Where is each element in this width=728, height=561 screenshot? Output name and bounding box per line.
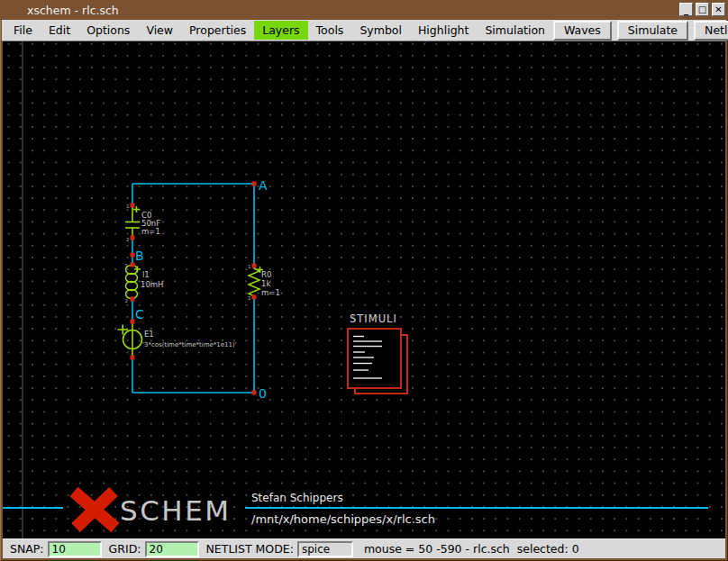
component-source[interactable]: E1 '3*cos(time*time*time*1e11)' — [118, 322, 237, 357]
netlist-button[interactable]: Netlist — [694, 21, 728, 41]
menu-simulation[interactable]: Simulation — [477, 21, 553, 40]
inductor-value: 10mH — [141, 280, 164, 289]
waves-button[interactable]: Waves — [553, 21, 612, 41]
author-name: Stefan Schippers — [251, 492, 343, 504]
titlebar[interactable]: xschem - rlc.sch _ □ ✕ — [0, 0, 728, 20]
resistor-value: 1k — [261, 279, 270, 288]
mouse-status: mouse = 50 -590 - rlc.sch selected: 0 — [364, 542, 579, 556]
source-name: E1 — [144, 330, 154, 339]
capacitor-mult: m=1 — [141, 227, 160, 236]
snap-label: SNAP: — [10, 542, 44, 556]
stimuli-document-front — [348, 329, 401, 388]
resistor-pin2-number: 2 — [248, 295, 251, 301]
stimuli-symbol[interactable]: STIMULI — [348, 312, 407, 394]
menubar: File Edit Options View Properties Layers… — [2, 20, 726, 41]
menu-layers[interactable]: Layers — [254, 21, 307, 40]
simulate-button[interactable]: Simulate — [617, 21, 688, 41]
net-label-c[interactable]: C — [135, 307, 144, 321]
close-icon[interactable]: ✕ — [712, 3, 725, 16]
window-controls: _ □ ✕ — [679, 3, 725, 16]
capacitor-pin1-number: 1 — [126, 204, 130, 209]
source-value: '3*cos(time*time*time*1e11)' — [142, 341, 237, 348]
file-path: /mnt/x/home/schippes/x/rlc.sch — [251, 512, 435, 526]
menu-view[interactable]: View — [138, 21, 181, 40]
logo-x-icon — [74, 492, 115, 528]
inductor-name: l1 — [142, 270, 150, 279]
logo-schem-text: SCHEM — [120, 494, 231, 527]
resistor-pin1-number: 1 — [248, 264, 251, 269]
net-label-0[interactable]: 0 — [259, 386, 267, 401]
grid-input[interactable]: 20 — [145, 541, 199, 557]
menu-symbol[interactable]: Symbol — [351, 21, 410, 40]
net-label-b[interactable]: B — [135, 249, 144, 263]
schematic-canvas[interactable]: 1 2 C0 50nF m=1 1 2 l1 10mH — [3, 41, 725, 538]
snap-input[interactable]: 10 — [48, 541, 102, 557]
grid-label: GRID: — [109, 542, 141, 556]
xschem-window: xschem - rlc.sch _ □ ✕ File Edit Options… — [0, 0, 728, 561]
capacitor-pin2-number: 2 — [126, 237, 130, 242]
netlist-mode-input[interactable]: spice — [297, 541, 353, 557]
net-label-a[interactable]: A — [259, 178, 268, 193]
window-title: xschem - rlc.sch — [27, 4, 119, 17]
menu-properties[interactable]: Properties — [181, 21, 254, 40]
menu-highlight[interactable]: Highlight — [410, 21, 477, 40]
statusbar: SNAP: 10 GRID: 20 NETLIST MODE: spice mo… — [3, 538, 725, 558]
inductor-pin1-number: 1 — [125, 263, 129, 268]
maximize-icon[interactable]: □ — [696, 3, 709, 16]
stimuli-label: STIMULI — [350, 312, 397, 325]
menu-file[interactable]: File — [5, 21, 41, 40]
xschem-logo: SCHEM Stefan Schippers /mnt/x/home/schip… — [3, 492, 708, 528]
inductor-pin2-number: 2 — [125, 298, 129, 303]
minimize-icon[interactable]: _ — [679, 3, 693, 16]
menu-options[interactable]: Options — [78, 21, 138, 40]
resistor-mult: m=1 — [261, 288, 280, 297]
menu-tools[interactable]: Tools — [308, 21, 352, 40]
netlist-mode-label: NETLIST MODE: — [206, 542, 294, 556]
menu-edit[interactable]: Edit — [41, 21, 78, 40]
resistor-name: R0 — [261, 270, 271, 279]
